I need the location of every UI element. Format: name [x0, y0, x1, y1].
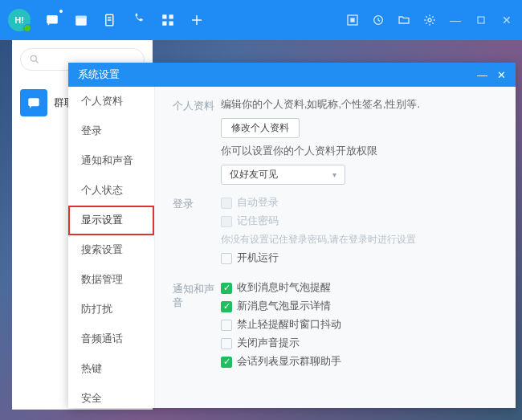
sidebar-item-search[interactable]: 搜索设置 [68, 235, 154, 265]
settings-content: 个人资料 编辑你的个人资料,如昵称,个性签名,性别等. 修改个人资料 你可以设置… [155, 87, 516, 408]
mute-sound-checkbox[interactable]: 关闭声音提示 [221, 336, 500, 350]
svg-rect-13 [350, 18, 354, 22]
privacy-select[interactable]: 仅好友可见 ▾ [221, 165, 345, 185]
section-label-profile: 个人资料 [173, 98, 221, 185]
bubble-notify-checkbox[interactable]: ✓收到消息时气泡提醒 [221, 281, 500, 295]
svg-rect-6 [162, 14, 166, 18]
messages-icon[interactable] [45, 13, 59, 27]
sidebar-item-login[interactable]: 登录 [68, 116, 154, 146]
bubble-detail-checkbox[interactable]: ✓新消息气泡显示详情 [221, 300, 500, 313]
self-avatar[interactable]: H! [8, 9, 31, 31]
sidebar-item-audio[interactable]: 音频通话 [68, 324, 154, 354]
calendar-icon[interactable] [74, 13, 88, 27]
sidebar-item-security[interactable]: 安全 [68, 384, 154, 408]
no-shake-checkbox[interactable]: 禁止轻提醒时窗口抖动 [221, 318, 500, 332]
section-label-login: 登录 [173, 196, 221, 270]
remember-password-checkbox: 记住密码 [221, 214, 500, 228]
settings-sidebar: 个人资料 登录 通知和声音 个人状态 显示设置 搜索设置 数据管理 防打扰 音频… [68, 87, 155, 408]
privacy-select-value: 仅好友可见 [230, 168, 278, 181]
add-icon[interactable] [190, 13, 204, 27]
dialog-minimize-icon[interactable]: — [477, 69, 487, 81]
login-note: 你没有设置记住登录密码,请在登录时进行设置 [221, 233, 500, 247]
svg-rect-2 [75, 16, 87, 18]
sidebar-item-status[interactable]: 个人状态 [68, 176, 154, 206]
apps-icon[interactable] [161, 13, 175, 27]
svg-line-18 [36, 61, 39, 63]
window-minimize-icon[interactable]: — [448, 13, 463, 27]
titlebar: H! — ✕ [0, 0, 522, 40]
phone-icon[interactable] [132, 13, 146, 27]
svg-rect-9 [169, 22, 173, 26]
svg-rect-8 [162, 22, 166, 26]
search-icon [29, 54, 40, 65]
profile-privacy-desc: 你可以设置你的个人资料开放权限 [221, 145, 500, 158]
files-icon[interactable] [103, 13, 117, 27]
settings-icon[interactable] [422, 13, 437, 27]
show-group-assistant-checkbox[interactable]: ✓会话列表显示群聊助手 [221, 355, 500, 369]
svg-point-17 [31, 55, 36, 61]
dialog-titlebar: 系统设置 — ✕ [68, 63, 516, 87]
start-on-boot-checkbox[interactable]: 开机运行 [221, 251, 500, 265]
dialog-close-icon[interactable]: ✕ [497, 69, 506, 81]
profile-desc: 编辑你的个人资料,如昵称,个性签名,性别等. [221, 98, 500, 112]
window-maximize-icon[interactable] [474, 13, 488, 27]
chevron-down-icon: ▾ [332, 170, 336, 179]
sidebar-item-hotkeys[interactable]: 热键 [68, 354, 154, 384]
chat-icon [26, 95, 42, 111]
screenshot-icon[interactable] [345, 13, 360, 27]
settings-dialog: 系统设置 — ✕ 个人资料 登录 通知和声音 个人状态 显示设置 搜索设置 数据… [68, 63, 516, 408]
sidebar-item-profile[interactable]: 个人资料 [68, 87, 154, 116]
svg-rect-19 [28, 98, 39, 106]
edit-profile-button[interactable]: 修改个人资料 [221, 118, 300, 138]
auto-login-checkbox: 自动登录 [221, 196, 500, 210]
svg-point-15 [428, 18, 431, 22]
svg-rect-0 [47, 15, 58, 24]
sidebar-item-dnd[interactable]: 防打扰 [68, 295, 154, 324]
contact-avatar [20, 89, 47, 116]
window-close-icon[interactable]: ✕ [500, 13, 514, 27]
dialog-title-text: 系统设置 [78, 67, 120, 82]
history-icon[interactable] [371, 13, 385, 27]
sidebar-item-notifications[interactable]: 通知和声音 [68, 146, 154, 176]
svg-rect-7 [169, 14, 173, 18]
section-label-notify: 通知和声音 [173, 281, 221, 373]
svg-rect-16 [478, 17, 484, 23]
folder-icon[interactable] [397, 13, 411, 27]
sidebar-item-display[interactable]: 显示设置 [68, 206, 154, 235]
dialog-body: 个人资料 登录 通知和声音 个人状态 显示设置 搜索设置 数据管理 防打扰 音频… [68, 87, 516, 408]
sidebar-item-data[interactable]: 数据管理 [68, 265, 154, 295]
